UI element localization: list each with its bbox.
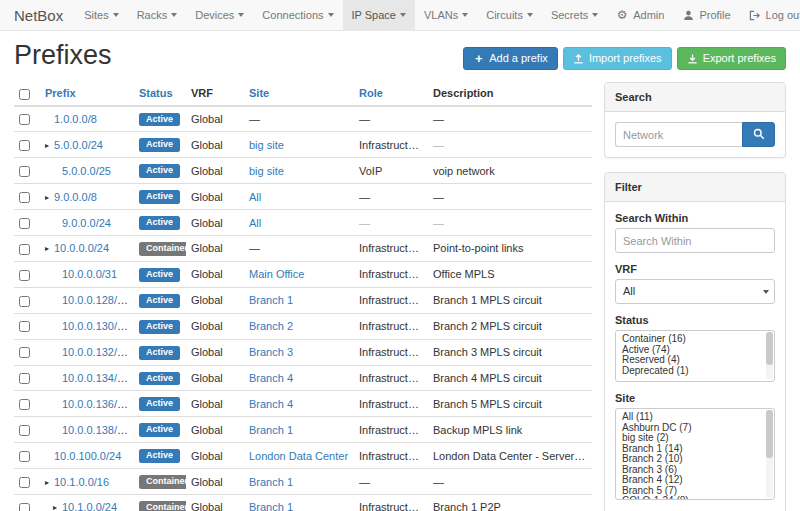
nav-item-label: Admin xyxy=(633,9,664,21)
prefix-link[interactable]: 10.0.0.138/31 xyxy=(62,424,129,436)
site-link[interactable]: All xyxy=(249,217,261,229)
status-badge: Active xyxy=(139,138,180,152)
listbox-option[interactable]: Deprecated (1) xyxy=(622,366,762,377)
site-link[interactable]: Branch 2 xyxy=(249,320,293,332)
row-checkbox[interactable] xyxy=(19,321,30,332)
vrf-cell: Global xyxy=(186,313,244,339)
column-header-site[interactable]: Site xyxy=(244,82,354,106)
nav-item-vlans[interactable]: VLANs xyxy=(415,0,477,30)
row-checkbox[interactable] xyxy=(19,114,30,125)
listbox-option[interactable]: Branch 4 (12) xyxy=(622,475,762,486)
site-scrollbar[interactable] xyxy=(766,410,773,498)
column-header-role[interactable]: Role xyxy=(354,82,428,106)
column-sort-link[interactable]: Site xyxy=(249,87,269,99)
search-input[interactable] xyxy=(615,122,742,147)
row-checkbox[interactable] xyxy=(19,296,30,307)
description-cell: — xyxy=(428,106,592,132)
prefix-link[interactable]: 10.1.0.0/24 xyxy=(62,501,117,511)
prefix-link[interactable]: 9.0.0.0/24 xyxy=(62,217,111,229)
site-link[interactable]: London Data Center xyxy=(249,450,348,462)
row-checkbox[interactable] xyxy=(19,140,30,151)
column-header-status[interactable]: Status xyxy=(134,82,186,106)
site-link[interactable]: Branch 1 xyxy=(249,476,293,488)
prefix-link[interactable]: 10.0.0.0/31 xyxy=(62,268,117,280)
prefix-link[interactable]: 10.0.100.0/24 xyxy=(54,450,121,462)
row-checkbox[interactable] xyxy=(19,270,30,281)
prefix-link[interactable]: 10.0.0.136/31 xyxy=(62,398,129,410)
search-button[interactable] xyxy=(742,122,775,147)
import-prefixes-button[interactable]: Import prefixes xyxy=(563,47,672,70)
vrf-select[interactable]: All xyxy=(615,279,775,304)
status-listbox[interactable]: Container (16)Active (74)Reserved (4)Dep… xyxy=(615,330,775,382)
site-link[interactable]: Branch 1 xyxy=(249,424,293,436)
nav-item-connections[interactable]: Connections xyxy=(253,0,342,30)
listbox-option[interactable]: Container (16) xyxy=(622,334,762,345)
site-link[interactable]: Main Office xyxy=(249,268,304,280)
listbox-option[interactable]: All (11) xyxy=(622,412,762,423)
prefix-link[interactable]: 10.0.0.0/24 xyxy=(54,242,109,254)
prefix-link[interactable]: 10.0.0.132/31 xyxy=(62,346,129,358)
row-checkbox[interactable] xyxy=(19,347,30,358)
row-checkbox[interactable] xyxy=(19,192,30,203)
row-checkbox[interactable] xyxy=(19,503,30,511)
nav-item-circuits[interactable]: Circuits xyxy=(477,0,542,30)
nav-item-label: Secrets xyxy=(551,9,588,21)
site-link[interactable]: Branch 1 xyxy=(249,501,293,511)
vrf-cell: Global xyxy=(186,494,244,511)
row-checkbox[interactable] xyxy=(19,166,30,177)
listbox-option[interactable]: Branch 2 (10) xyxy=(622,454,762,465)
site-listbox[interactable]: All (11)Ashburn DC (7)big site (2)Branch… xyxy=(615,408,775,500)
prefix-link[interactable]: 5.0.0.0/24 xyxy=(54,139,103,151)
listbox-option[interactable]: Reserved (4) xyxy=(622,355,762,366)
site-link[interactable]: big site xyxy=(249,139,284,151)
site-link[interactable]: Branch 3 xyxy=(249,346,293,358)
nav-item-profile[interactable]: Profile xyxy=(673,0,739,30)
column-sort-link[interactable]: Role xyxy=(359,87,383,99)
nav-item-sites[interactable]: Sites xyxy=(75,0,127,30)
prefix-link[interactable]: 5.0.0.0/25 xyxy=(62,165,111,177)
nav-item-log-out[interactable]: Log out xyxy=(740,0,800,30)
table-row: ▸10.0.0.0/24ContainerGlobal—Infrastructu… xyxy=(14,236,592,262)
site-link[interactable]: Branch 1 xyxy=(249,294,293,306)
column-header-prefix[interactable]: Prefix xyxy=(40,82,134,106)
nav-item-devices[interactable]: Devices xyxy=(186,0,253,30)
nav-item-secrets[interactable]: Secrets xyxy=(542,0,607,30)
prefix-link[interactable]: 1.0.0.0/8 xyxy=(54,113,97,125)
toggle-all-checkbox[interactable] xyxy=(19,89,30,100)
description-cell: Backup MPLS link xyxy=(428,417,592,443)
row-checkbox[interactable] xyxy=(19,399,30,410)
prefix-link[interactable]: 10.0.0.130/31 xyxy=(62,320,129,332)
logout-icon xyxy=(749,9,761,21)
column-sort-link[interactable]: Status xyxy=(139,87,173,99)
listbox-option[interactable]: big site (2) xyxy=(622,433,762,444)
navbar: NetBox SitesRacksDevicesConnectionsIP Sp… xyxy=(0,0,800,31)
row-checkbox[interactable] xyxy=(19,373,30,384)
site-link[interactable]: Branch 4 xyxy=(249,372,293,384)
nav-item-ip-space[interactable]: IP Space xyxy=(343,0,415,30)
site-link[interactable]: Branch 4 xyxy=(249,398,293,410)
row-checkbox[interactable] xyxy=(19,244,30,255)
prefix-link[interactable]: 9.0.0.0/8 xyxy=(54,191,97,203)
site-link[interactable]: All xyxy=(249,191,261,203)
site-link[interactable]: big site xyxy=(249,165,284,177)
table-row: 10.0.0.138/31ActiveGlobalBranch 1Infrast… xyxy=(14,417,592,443)
listbox-option[interactable]: COLO-1-24 (0) xyxy=(622,496,762,500)
row-checkbox[interactable] xyxy=(19,477,30,488)
prefix-link[interactable]: 10.0.0.134/31 xyxy=(62,372,129,384)
nav-item-admin[interactable]: ⚙Admin xyxy=(607,0,673,30)
status-scrollbar[interactable] xyxy=(766,332,773,380)
brand-logo[interactable]: NetBox xyxy=(12,0,75,30)
search-within-input[interactable] xyxy=(615,228,775,253)
export-prefixes-button[interactable]: Export prefixes xyxy=(677,47,786,70)
nav-item-racks[interactable]: Racks xyxy=(128,0,187,30)
description-cell: Branch 1 P2P xyxy=(428,494,592,511)
prefix-link[interactable]: 10.0.0.128/31 xyxy=(62,294,129,306)
nav-item-label: Log out xyxy=(766,9,800,21)
description-cell: — xyxy=(428,184,592,210)
row-checkbox[interactable] xyxy=(19,218,30,229)
column-sort-link[interactable]: Prefix xyxy=(45,87,76,99)
prefix-link[interactable]: 10.1.0.0/16 xyxy=(54,476,109,488)
row-checkbox[interactable] xyxy=(19,425,30,436)
add-prefix-button[interactable]: + Add a prefix xyxy=(463,47,558,70)
row-checkbox[interactable] xyxy=(19,451,30,462)
